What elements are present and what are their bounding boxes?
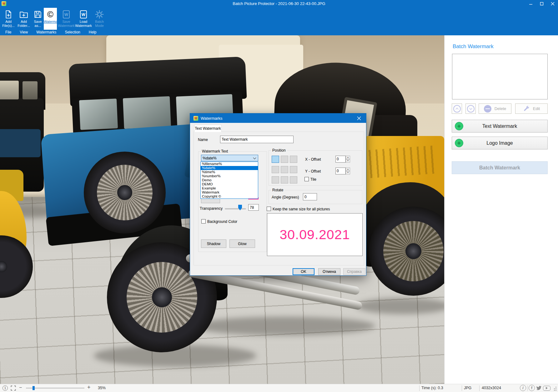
menu-help[interactable]: Help	[89, 30, 97, 35]
transparency-slider-track[interactable]	[225, 208, 246, 209]
dropdown-option[interactable]: DEMO	[201, 182, 258, 186]
watermark-preview: 30.09.2021	[267, 213, 363, 256]
batch-watermark-panel: Batch Watermark Delete Edit + Text Water…	[444, 35, 558, 384]
ok-button[interactable]: OK	[293, 268, 314, 275]
toolbar-save-watermark-button: W Save Watermark	[58, 8, 75, 30]
watermark-list[interactable]	[452, 54, 548, 99]
tile-checkbox[interactable]	[304, 177, 309, 181]
spin-up-icon[interactable]: ▲	[346, 168, 350, 171]
background-color-checkbox[interactable]	[201, 219, 206, 224]
name-input[interactable]	[220, 136, 294, 143]
position-cell-bottom-center[interactable]	[281, 176, 288, 183]
facebook-icon[interactable]: f	[529, 385, 535, 391]
dropdown-option[interactable]: %number%	[201, 174, 258, 178]
x-offset-input[interactable]	[335, 156, 346, 163]
tab-text-watermark[interactable]: Text Watermark	[194, 125, 222, 132]
background-color-label: Background Color	[207, 219, 237, 224]
separator	[479, 385, 480, 391]
dialog-titlebar: W Watermarks	[190, 113, 366, 123]
dropdown-option[interactable]: %time%	[201, 170, 258, 174]
angle-input[interactable]	[303, 193, 317, 200]
dropdown-option[interactable]: Demo	[201, 178, 258, 182]
position-cell-top-right[interactable]	[290, 156, 297, 163]
cancel-button[interactable]: Отмена	[318, 268, 340, 275]
add-folder-icon	[16, 9, 31, 19]
dropdown-option[interactable]: Example	[201, 186, 258, 190]
separator	[419, 385, 420, 391]
photo-main-car-spare-wheel	[84, 152, 166, 234]
position-cell-middle-right[interactable]	[290, 166, 297, 173]
move-up-button[interactable]	[452, 103, 462, 114]
close-button[interactable]	[547, 0, 558, 8]
info-icon[interactable]: i	[520, 385, 526, 391]
maximize-icon	[540, 2, 544, 6]
spin-down-icon[interactable]: ▼	[346, 171, 350, 174]
toolbar: Add File(s)... Add Folder... Save as... …	[0, 8, 558, 30]
chevron-down-icon	[467, 105, 475, 113]
toolbar-save-as-button[interactable]: Save as...	[32, 8, 44, 30]
x-offset-label: X - Offset	[305, 157, 321, 162]
position-cell-middle-center[interactable]	[281, 166, 288, 173]
copyright-icon: ©	[44, 9, 57, 19]
y-offset-input[interactable]	[335, 168, 346, 174]
window-titlebar: W Batch Picture Protector - 2021-06-30 2…	[0, 0, 558, 8]
actual-size-icon[interactable]: 1	[3, 385, 8, 391]
window-title: Batch Picture Protector - 2021-06-30 22-…	[0, 1, 558, 6]
add-text-watermark-button[interactable]: + Text Watermark	[452, 120, 548, 133]
move-down-button[interactable]	[465, 103, 476, 114]
minimize-button[interactable]	[525, 0, 536, 8]
photo-shadow-yellow-car	[356, 298, 444, 314]
maximize-button[interactable]	[536, 0, 547, 8]
panel-title: Batch Watermark	[453, 43, 494, 50]
app-icon: W	[194, 116, 198, 121]
position-cell-bottom-left[interactable]	[272, 176, 279, 183]
plus-circle-icon: +	[455, 139, 463, 147]
preview-text: 30.09.2021	[279, 227, 350, 242]
zoom-slider-thumb[interactable]	[33, 386, 35, 390]
twitter-icon[interactable]	[536, 385, 542, 392]
menu-watermarks[interactable]: Watermarks	[36, 30, 56, 35]
menu-selection[interactable]: Selection	[65, 30, 80, 35]
zoom-in-icon[interactable]: +	[87, 384, 91, 391]
close-icon	[357, 116, 361, 120]
watermark-text-combobox[interactable]: %date%	[201, 155, 258, 161]
transparency-input[interactable]	[248, 204, 259, 211]
photo-left-car-window-2	[23, 81, 38, 99]
shadow-button[interactable]: Shadow	[201, 239, 226, 248]
fit-to-screen-icon[interactable]	[10, 385, 16, 392]
resize-grip[interactable]	[554, 388, 555, 389]
dropdown-option[interactable]: Copyright ©	[201, 194, 258, 199]
dropdown-option[interactable]: %filename%	[201, 162, 258, 166]
transparency-label: Transparency	[200, 206, 223, 211]
delete-button[interactable]: Delete	[479, 103, 511, 114]
zoom-slider-track[interactable]	[26, 388, 84, 389]
position-cell-top-left[interactable]	[272, 156, 279, 163]
dropdown-option-selected[interactable]: %date%	[201, 166, 258, 170]
keep-size-checkbox[interactable]	[267, 207, 271, 211]
font-button-fragment[interactable]	[201, 198, 220, 203]
zoom-out-icon[interactable]: −	[19, 385, 22, 390]
plus-circle-icon: +	[455, 122, 463, 130]
toolbar-watermarks-button[interactable]: © Watermarks	[44, 8, 57, 30]
menu-file[interactable]: File	[5, 30, 11, 35]
toolbar-add-files-button[interactable]: Add File(s)...	[1, 8, 16, 30]
photo-main-car-window-1	[79, 98, 118, 130]
position-cell-top-center[interactable]	[281, 156, 288, 163]
toolbar-add-folder-button[interactable]: Add Folder...	[16, 8, 31, 30]
name-label: Name	[198, 138, 208, 142]
spin-down-icon[interactable]: ▼	[346, 159, 350, 163]
dialog-close-button[interactable]	[352, 113, 366, 123]
add-logo-image-button[interactable]: + Logo Image	[452, 137, 548, 149]
menu-view[interactable]: View	[20, 30, 28, 35]
dropdown-option[interactable]: Watermark	[201, 190, 258, 194]
position-cell-middle-left[interactable]	[272, 166, 279, 173]
edit-button[interactable]: Edit	[515, 103, 548, 114]
toolbar-load-watermark-button[interactable]: W Load Watermark	[75, 8, 92, 30]
spin-up-icon[interactable]: ▲	[346, 156, 350, 159]
position-cell-bottom-right[interactable]	[290, 176, 297, 183]
glow-button[interactable]: Glow	[229, 239, 255, 248]
x-offset-spinner: ▲▼	[335, 156, 350, 163]
youtube-icon[interactable]	[543, 386, 550, 391]
photo-left-car-panel	[0, 129, 41, 157]
save-icon	[32, 9, 44, 19]
